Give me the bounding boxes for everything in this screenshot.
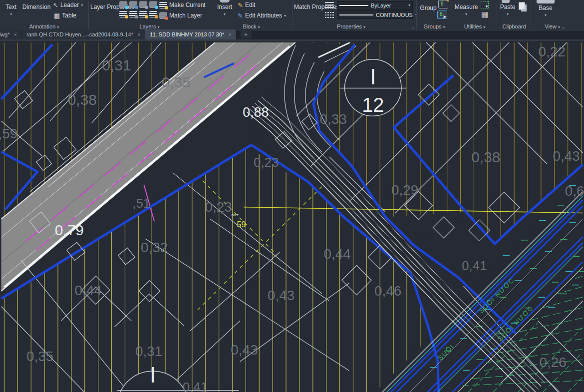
- edit-block-button[interactable]: ✎ Edit: [238, 1, 256, 8]
- linetype-value: CONTINUOUS: [376, 12, 413, 18]
- svg-text:59: 59: [237, 220, 246, 229]
- panel-separator: [210, 1, 210, 29]
- svg-text:0,44: 0,44: [75, 283, 102, 298]
- block-panel-title[interactable]: Block ▾: [211, 23, 292, 29]
- base-button[interactable]: Base ▾: [536, 5, 556, 18]
- paste-button-label: Paste: [500, 3, 516, 10]
- chevron-down-icon: ▾: [465, 12, 467, 16]
- text-button[interactable]: Text ▾: [2, 4, 20, 17]
- object-color-select[interactable]: ByLayer ▾: [337, 1, 413, 9]
- quickcalc-icon[interactable]: ▦: [481, 11, 488, 17]
- tab-close-icon[interactable]: ×: [228, 31, 231, 37]
- svg-text:0,35: 0,35: [26, 349, 53, 364]
- groups-panel-title[interactable]: Groups ▾: [417, 23, 451, 29]
- match-properties-button[interactable]: Match Properties: [294, 4, 324, 10]
- panel-separator: [416, 1, 417, 29]
- group-button[interactable]: Group: [418, 5, 438, 11]
- layer-off-icon[interactable]: [119, 11, 127, 17]
- file-tab-bar: dwg*×ranh QH CTXD Huyen...--cad2004-08-9…: [0, 31, 584, 41]
- match-layer-label: Match Layer: [169, 12, 202, 19]
- svg-text:0,38: 0,38: [471, 149, 500, 165]
- svg-text:I: I: [150, 363, 156, 387]
- properties-panel-title[interactable]: Properties ▾: [293, 23, 409, 29]
- linetype-select[interactable]: CONTINUOUS ▾: [337, 10, 413, 19]
- layer-isolate-icon[interactable]: [139, 1, 147, 8]
- make-current-button[interactable]: Make Current: [159, 1, 206, 8]
- layer-thaw-icon[interactable]: [129, 11, 137, 17]
- panel-separator: [292, 1, 292, 29]
- insert-button[interactable]: Insert ▾: [214, 4, 236, 17]
- dimension-button[interactable]: Dimension: [21, 4, 52, 10]
- dialog-launcher-icon[interactable]: ⌟: [412, 24, 414, 29]
- chevron-down-icon: ▾: [507, 12, 509, 16]
- measure-button[interactable]: Measure ▾: [454, 4, 479, 17]
- match-layer-button[interactable]: Match Layer: [159, 12, 202, 19]
- lineweight-icon[interactable]: [325, 2, 334, 8]
- copy-clip-icon[interactable]: [519, 2, 525, 10]
- file-tab[interactable]: 11. SDD BINHMY 2013 07 30*×: [145, 29, 236, 39]
- view-panel-title[interactable]: View ▾ ⌄: [526, 23, 584, 29]
- layer-properties-button[interactable]: Layer Properties: [90, 4, 118, 10]
- quick-select-icon[interactable]: [481, 1, 489, 8]
- layer-on-icon[interactable]: [119, 1, 127, 8]
- linetype-list-icon[interactable]: [325, 12, 334, 18]
- cad-viewport[interactable]: I12I 0,310,350,38,590,330,880,220,430,60…: [0, 42, 584, 392]
- edit-attributes-button[interactable]: ✎ Edit Attributes ▾: [238, 12, 286, 19]
- measure-button-label: Measure: [455, 3, 478, 10]
- insert-button-label: Insert: [217, 3, 232, 10]
- layer-freeze-icon[interactable]: [129, 1, 137, 8]
- base-icon: [537, 0, 555, 3]
- layers-panel-title[interactable]: Layers ▾: [89, 23, 210, 29]
- make-current-label: Make Current: [169, 1, 206, 8]
- edit-attributes-icon: ✎: [238, 12, 243, 19]
- panel-view: Base ▾ View ▾ ⌄: [532, 0, 584, 31]
- group-select-icon[interactable]: ➤: [437, 10, 447, 19]
- group-edit-icon[interactable]: ✎: [438, 0, 448, 8]
- svg-text:0,23: 0,23: [254, 155, 279, 169]
- base-button-label: Base: [539, 4, 552, 11]
- dimension-button-label: Dimension: [22, 3, 51, 10]
- new-tab-button[interactable]: +: [241, 30, 252, 38]
- panel-separator: [88, 1, 89, 29]
- svg-text:0,22: 0,22: [539, 44, 566, 59]
- drawing-area[interactable]: I12I 0,310,350,38,590,330,880,220,430,60…: [0, 42, 584, 392]
- utilities-panel-title[interactable]: Utilities ▾: [453, 23, 497, 29]
- paste-icon: [502, 0, 510, 3]
- layer-lock-icon[interactable]: [149, 1, 157, 8]
- layer-unlock-icon[interactable]: [149, 11, 157, 17]
- make-current-icon: [159, 2, 167, 8]
- svg-text:,51: ,51: [132, 196, 150, 210]
- svg-text:0,44: 0,44: [323, 246, 350, 262]
- svg-text:0,23: 0,23: [205, 199, 232, 215]
- edit-block-icon: ✎: [238, 2, 243, 8]
- svg-text:0,29: 0,29: [391, 182, 418, 198]
- leader-button[interactable]: ↖ Leader ▾: [53, 1, 83, 8]
- panel-separator: [497, 1, 497, 29]
- svg-text:0,43: 0,43: [231, 342, 258, 358]
- panel-separator: [452, 1, 452, 29]
- tab-close-icon[interactable]: ×: [137, 31, 140, 37]
- leader-button-label: Leader: [60, 1, 79, 8]
- annotation-panel-title[interactable]: Annotation ▾: [0, 23, 88, 29]
- leader-icon: ↖: [53, 2, 58, 8]
- svg-text:I: I: [370, 64, 376, 89]
- table-button-label: Table: [62, 12, 76, 19]
- svg-text:12: 12: [362, 94, 384, 116]
- file-tab[interactable]: dwg*×: [0, 29, 22, 39]
- svg-text:0,41: 0,41: [183, 380, 208, 392]
- chevron-down-icon: ▾: [545, 13, 547, 17]
- svg-text:0,32: 0,32: [141, 240, 168, 255]
- insert-icon: [220, 0, 230, 2]
- file-tab-label: dwg*: [0, 31, 9, 37]
- panel-layers: Layer Properties Make Current Match Laye…: [89, 0, 210, 31]
- tab-close-icon[interactable]: ×: [13, 31, 16, 37]
- svg-text:0,43: 0,43: [268, 288, 294, 303]
- paste-button[interactable]: Paste ▾: [498, 4, 518, 17]
- panel-block: Insert ▾ ✎ Edit ✎ Edit Attributes ▾ Bloc…: [211, 0, 292, 31]
- table-icon: ▦: [54, 12, 60, 19]
- layer-unisolate-icon[interactable]: [139, 11, 147, 17]
- file-tab[interactable]: ranh QH CTXD Huyen...--cad2004-08-9-14*×: [22, 29, 145, 39]
- table-button[interactable]: ▦ Table: [54, 12, 76, 19]
- svg-text:0,41: 0,41: [462, 259, 487, 273]
- svg-text:0,46: 0,46: [374, 283, 401, 299]
